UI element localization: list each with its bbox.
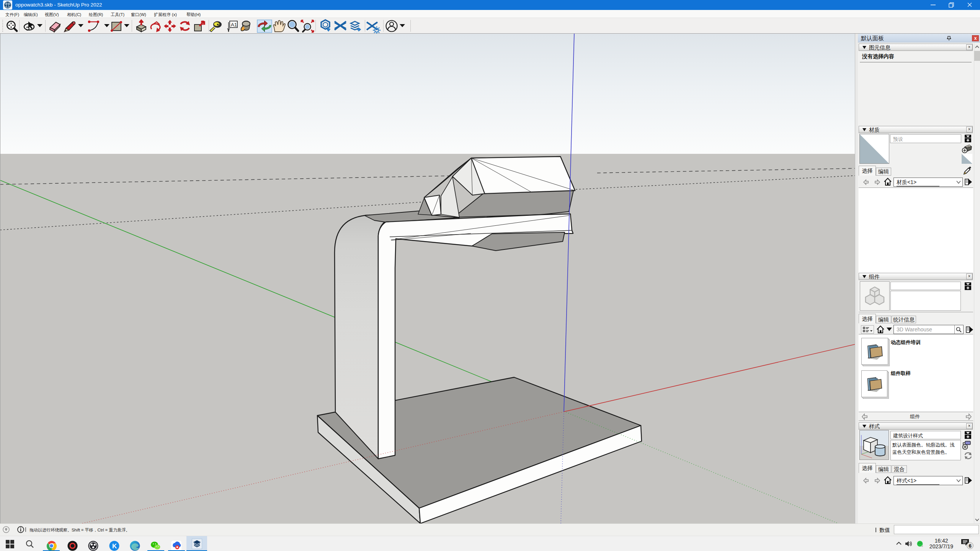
svg-text:A1: A1 — [231, 22, 237, 28]
svg-text:K: K — [112, 543, 117, 550]
svg-text:6: 6 — [969, 543, 972, 549]
